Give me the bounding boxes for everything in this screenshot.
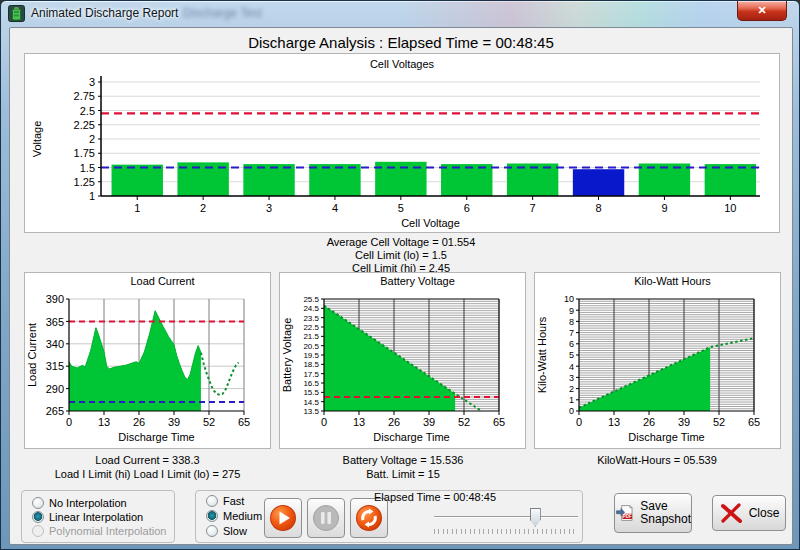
svg-text:17.5: 17.5 — [303, 370, 319, 379]
svg-text:65: 65 — [748, 416, 760, 428]
svg-text:3: 3 — [89, 76, 95, 88]
save-snapshot-label: Save Snapshot — [640, 500, 691, 526]
svg-text:1: 1 — [134, 202, 140, 214]
radio-label: Slow — [223, 525, 247, 537]
svg-text:7: 7 — [530, 202, 536, 214]
svg-text:Battery Voltage: Battery Voltage — [380, 275, 455, 287]
pause-icon — [312, 504, 340, 532]
svg-text:Voltage: Voltage — [31, 121, 43, 158]
slider-track[interactable] — [434, 516, 578, 518]
elapsed-time-slider[interactable] — [434, 508, 578, 534]
battery-app-icon — [8, 5, 25, 22]
cell-voltages-chart-panel: Cell Voltages11.251.51.7522.252.52.75312… — [24, 53, 780, 233]
svg-text:1.75: 1.75 — [74, 147, 95, 159]
svg-text:8: 8 — [595, 202, 601, 214]
window-title: Animated Discharge Report — [31, 6, 178, 20]
radio-icon — [206, 510, 218, 522]
svg-text:65: 65 — [493, 416, 505, 428]
svg-text:8: 8 — [569, 317, 574, 327]
svg-text:18.5: 18.5 — [303, 360, 319, 369]
svg-text:1: 1 — [569, 395, 574, 405]
svg-text:Battery Voltage: Battery Voltage — [281, 318, 293, 393]
svg-text:1: 1 — [89, 190, 95, 202]
svg-text:Discharge Time: Discharge Time — [118, 431, 194, 443]
svg-text:Discharge Time: Discharge Time — [628, 431, 704, 443]
kilowatt-hours-value: KiloWatt-Hours = 05.539 — [520, 453, 794, 467]
radio-icon — [32, 511, 44, 523]
svg-text:315: 315 — [46, 360, 64, 372]
svg-text:25.5: 25.5 — [303, 295, 319, 304]
radio-icon — [32, 525, 44, 537]
radio-no-interpolation[interactable]: No Interpolation — [32, 497, 127, 509]
pdf-snapshot-icon: PDF — [615, 501, 634, 525]
svg-text:22.5: 22.5 — [303, 323, 319, 332]
radio-linear-interpolation[interactable]: Linear Interpolation — [32, 511, 143, 523]
slider-tick-marks — [434, 529, 578, 534]
pause-button — [307, 498, 345, 538]
svg-text:39: 39 — [678, 416, 690, 428]
radio-polynomial-interpolation[interactable]: Polynomial Interpolation — [32, 525, 166, 537]
radio-label: Medium — [223, 510, 262, 522]
load-current-chart-panel: Load Current2652903153403653900132639526… — [24, 272, 271, 449]
svg-text:Cell Voltage: Cell Voltage — [401, 217, 460, 229]
svg-text:6: 6 — [464, 202, 470, 214]
svg-text:13: 13 — [353, 416, 365, 428]
svg-text:6: 6 — [569, 339, 574, 349]
slider-thumb[interactable] — [530, 508, 541, 527]
radio-label: No Interpolation — [49, 497, 127, 509]
svg-text:16.5: 16.5 — [303, 379, 319, 388]
svg-text:20.5: 20.5 — [303, 342, 319, 351]
app-window: Animated Discharge Report Discharge Test… — [0, 0, 800, 550]
svg-text:65: 65 — [238, 416, 250, 428]
svg-text:3: 3 — [266, 202, 272, 214]
svg-text:Load Current: Load Current — [130, 275, 194, 287]
svg-text:2: 2 — [569, 384, 574, 394]
title-bar[interactable]: Animated Discharge Report Discharge Test… — [1, 1, 799, 27]
radio-label: Fast — [223, 495, 244, 507]
svg-text:2: 2 — [200, 202, 206, 214]
svg-text:13: 13 — [98, 416, 110, 428]
svg-text:9: 9 — [569, 306, 574, 316]
svg-text:Kilo-Watt Hours: Kilo-Watt Hours — [536, 316, 548, 393]
play-icon — [269, 504, 297, 532]
svg-text:Load Current: Load Current — [26, 323, 38, 387]
svg-text:10: 10 — [724, 202, 736, 214]
restart-button[interactable] — [350, 498, 388, 538]
svg-text:0: 0 — [66, 416, 72, 428]
kilowatt-hours-chart-panel: Kilo-Watt Hours01234567891001326395265Di… — [534, 272, 781, 449]
battery-voltage-value: Battery Voltage = 15.536 — [272, 453, 534, 467]
radio-icon — [32, 497, 44, 509]
svg-text:52: 52 — [713, 416, 725, 428]
load-current-chart: Load Current2652903153403653900132639526… — [25, 273, 270, 448]
close-button[interactable]: Close — [712, 495, 786, 531]
save-snapshot-button[interactable]: PDF Save Snapshot — [614, 493, 692, 533]
svg-text:365: 365 — [46, 316, 64, 328]
svg-text:Kilo-Watt Hours: Kilo-Watt Hours — [634, 275, 711, 287]
svg-text:5: 5 — [398, 202, 404, 214]
radio-medium[interactable]: Medium — [206, 510, 262, 522]
svg-text:340: 340 — [46, 338, 64, 350]
background-window-title: Discharge Test — [183, 6, 262, 20]
report-dialog: Discharge Analysis : Elapsed Time = 00:4… — [9, 27, 793, 545]
svg-text:390: 390 — [46, 293, 64, 305]
svg-text:4: 4 — [569, 362, 574, 372]
svg-text:1.25: 1.25 — [74, 176, 95, 188]
window-close-button[interactable]: ✕ — [737, 1, 787, 21]
svg-text:Cell Voltages: Cell Voltages — [370, 58, 435, 70]
svg-text:0: 0 — [569, 406, 574, 416]
svg-text:2.25: 2.25 — [74, 119, 95, 131]
svg-text:4: 4 — [332, 202, 338, 214]
battery-voltage-chart: Battery Voltage13.514.515.516.517.518.51… — [280, 273, 525, 448]
svg-text:26: 26 — [643, 416, 655, 428]
svg-text:52: 52 — [203, 416, 215, 428]
svg-text:39: 39 — [168, 416, 180, 428]
svg-text:0: 0 — [576, 416, 582, 428]
svg-text:265: 265 — [46, 405, 64, 417]
radio-slow[interactable]: Slow — [206, 525, 247, 537]
radio-label: Polynomial Interpolation — [49, 525, 166, 537]
svg-text:39: 39 — [423, 416, 435, 428]
play-button[interactable] — [264, 498, 302, 538]
battery-limit: Batt. Limit = 15 — [272, 467, 534, 481]
kilowatt-hours-stats: KiloWatt-Hours = 05.539 — [520, 453, 794, 467]
radio-fast[interactable]: Fast — [206, 495, 244, 507]
